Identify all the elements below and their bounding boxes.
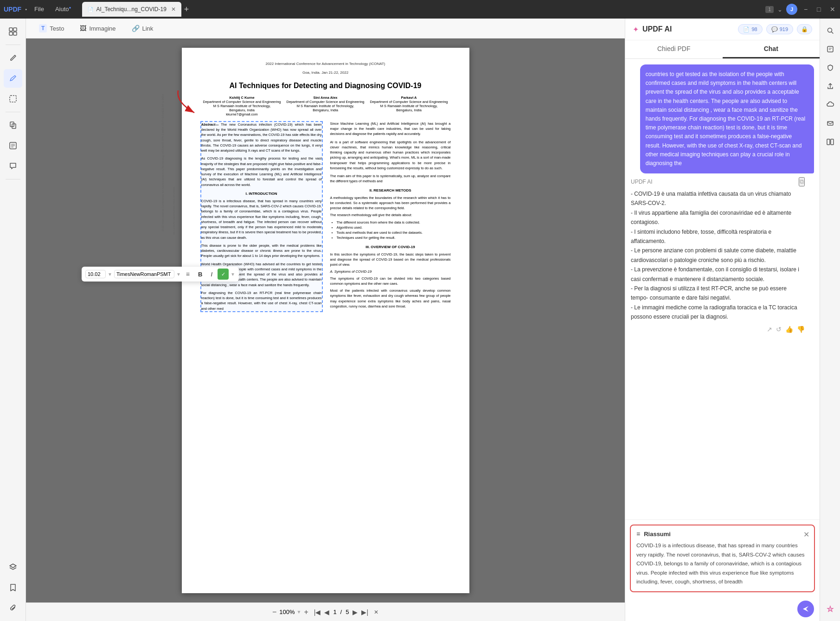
pdf-right-col: Since Machine Learning (ML) and Artifici… <box>330 121 451 312</box>
updf-ai-logo: ✦ <box>633 25 639 34</box>
menu-file[interactable]: File <box>31 4 48 14</box>
pdf-doi-sidebar: 10.1109/ICONATS3423.2022.9715835 <box>173 187 175 235</box>
copy-button[interactable]: ⧉ <box>799 177 805 186</box>
pdf-para2: As COVID-19 diagnosing is the lengthy pr… <box>201 156 322 187</box>
tab-close-button[interactable]: ✕ <box>171 6 176 13</box>
sidebar-search-icon[interactable] <box>822 22 839 39</box>
pdf-canvas[interactable]: 2022 International Conference for Advanc… <box>26 38 625 602</box>
title-bar-left: UPDF • File Aiuto● <box>4 4 75 14</box>
doc-icon: 📄 <box>743 26 750 32</box>
sidebar-email-icon[interactable] <box>822 115 839 132</box>
next-page-button[interactable]: ▶ <box>353 608 358 616</box>
app-logo: UPDF <box>4 6 21 13</box>
zoom-controls: − 100% ▼ + <box>272 608 308 616</box>
pdf-bottom-bar: − 100% ▼ + |◀ ◀ 1 / 5 ▶ ▶| ✕ <box>26 602 625 621</box>
sidebar-layers-icon[interactable] <box>4 558 22 576</box>
bold-button[interactable]: B <box>195 269 205 279</box>
page-separator: / <box>340 608 342 615</box>
toolbar-tab-link[interactable]: 🔗 Link <box>124 22 161 35</box>
color-picker[interactable]: ✓ <box>218 269 229 280</box>
send-button[interactable] <box>797 601 814 617</box>
tab-add-button[interactable]: + <box>184 5 189 14</box>
sidebar-ocr-icon[interactable] <box>822 41 839 58</box>
toolbar-tabs: T Testo 🖼 Immagine 🔗 Link <box>26 19 625 38</box>
minimize-button[interactable]: − <box>801 5 810 14</box>
tab-icon: 📄 <box>88 7 93 12</box>
pdf-bullet-3: Tools and methods that are used to colle… <box>337 230 451 235</box>
sidebar-thumbnails-icon[interactable] <box>4 22 22 41</box>
pdf-abstract: Abstract— The new Coronavirus infection … <box>201 122 322 154</box>
sidebar-compare-icon[interactable] <box>822 134 839 150</box>
sidebar-comment-icon[interactable] <box>4 157 22 175</box>
left-sidebar <box>0 19 26 621</box>
svg-rect-3 <box>13 32 17 35</box>
italic-button[interactable]: I <box>207 269 216 279</box>
summary-close-button[interactable]: ✕ <box>803 530 809 539</box>
main-layout: T Testo 🖼 Immagine 🔗 Link <box>0 19 840 621</box>
sidebar-annotate-icon[interactable] <box>4 69 22 88</box>
ai-message-content: - COVID-19 è una malattia infettiva caus… <box>631 189 805 321</box>
pdf-sidebar-text: 2022 International Conference for Advanc… <box>161 94 171 231</box>
font-size-input[interactable] <box>85 270 106 278</box>
ai-panel-header: ✦ UPDF AI 📄 98 💬 919 🔒 <box>625 19 820 40</box>
maximize-button[interactable]: □ <box>814 5 823 14</box>
tab-chiedi-pdf[interactable]: Chiedi PDF <box>625 40 723 58</box>
toolbar-tab-testo[interactable]: T Testo <box>32 21 71 35</box>
pdf-two-col: Abstract— The new Coronavirus infection … <box>200 121 451 312</box>
fit-page-button[interactable]: ✕ <box>374 609 378 615</box>
sidebar-pages-icon[interactable] <box>4 116 22 134</box>
toolbar-tab-immagine[interactable]: 🖼 Immagine <box>72 22 123 35</box>
font-name-chevron[interactable]: ▼ <box>176 272 181 277</box>
align-button[interactable]: ≡ <box>183 269 193 279</box>
pdf-right-text3: The main aim of this paper is to systema… <box>330 173 451 184</box>
chat-messages[interactable]: countries to get tested as the isolation… <box>625 59 820 519</box>
thumbdown-button[interactable]: 👎 <box>797 326 805 333</box>
pdf-tab[interactable]: 📄 AI_Techniqu...ng_COVID-19 ✕ <box>82 2 181 17</box>
ai-message-header: UPDF AI ⧉ <box>631 177 805 186</box>
font-size-chevron[interactable]: ▼ <box>108 272 112 277</box>
pdf-left-col: Abstract— The new Coronavirus infection … <box>200 121 323 312</box>
first-page-button[interactable]: |◀ <box>314 608 321 616</box>
pdf-title: AI Techniques for Detecting and Diagnosi… <box>200 81 451 91</box>
refresh-button[interactable]: ↺ <box>776 326 782 333</box>
font-name-input[interactable] <box>114 270 174 278</box>
pdf-bullets: The different sources from where the dat… <box>337 220 451 241</box>
pdf-intro-text4: For diagnosing the COVID-19 an RT-PCR (r… <box>201 290 322 311</box>
last-page-button[interactable]: ▶| <box>361 608 368 616</box>
pdf-overview-text: In this section the symptoms of COVID-19… <box>330 252 451 268</box>
menu-separator: • <box>25 6 27 12</box>
sidebar-ai-icon[interactable] <box>822 601 839 617</box>
zoom-in-button[interactable]: + <box>304 608 308 616</box>
pdf-research-section: II. RESEARCH METODS <box>330 188 451 193</box>
right-panel: ✦ UPDF AI 📄 98 💬 919 🔒 Chiedi PDF Chat <box>625 19 820 621</box>
checkmark-icon: ✓ <box>221 271 225 277</box>
pdf-overview-section: III. OVERVIEW OF COVID-19 <box>330 244 451 250</box>
zoom-out-button[interactable]: − <box>272 608 276 616</box>
summary-box: ≡ Riassumi ✕ COVID-19 is a infectious di… <box>630 525 815 592</box>
sidebar-edit-icon[interactable] <box>4 49 22 67</box>
color-chevron[interactable]: ▼ <box>231 272 235 277</box>
menu-aiuto[interactable]: Aiuto● <box>51 4 75 14</box>
expand-icon[interactable]: ⌄ <box>777 6 782 13</box>
sidebar-protect-icon[interactable] <box>822 59 839 76</box>
tab-chat[interactable]: Chat <box>723 40 820 58</box>
sidebar-share-icon[interactable] <box>822 78 839 95</box>
prev-page-button[interactable]: ◀ <box>324 608 329 616</box>
zoom-chevron[interactable]: ▼ <box>296 609 301 615</box>
sidebar-selection-icon[interactable] <box>4 90 22 108</box>
pdf-symptoms-text: The symptoms of COVID-19 can be divided … <box>330 276 451 287</box>
title-bar: UPDF • File Aiuto● 📄 AI_Techniqu...ng_CO… <box>0 0 840 19</box>
pdf-author-1: Kshitij C Kurne Department of Computer S… <box>200 96 284 116</box>
pdf-viewer[interactable]: 2022 International Conference for Advanc… <box>26 38 625 621</box>
link-label: Link <box>142 25 154 32</box>
sidebar-cloud-icon[interactable] <box>822 96 839 113</box>
sidebar-divider-3 <box>6 179 20 179</box>
sidebar-ocr-icon[interactable] <box>4 136 22 155</box>
thumbup-button[interactable]: 👍 <box>785 326 793 333</box>
external-link-button[interactable]: ↗ <box>767 326 772 333</box>
sidebar-bookmark-icon[interactable] <box>4 578 22 597</box>
close-button[interactable]: ✕ <box>827 5 836 14</box>
sidebar-attachment-icon[interactable] <box>4 599 22 617</box>
format-toolbar: ▼ ▼ ≡ B I ✓ ▼ <box>82 267 239 282</box>
ai-message-actions: ↗ ↺ 👍 👎 <box>631 326 805 333</box>
